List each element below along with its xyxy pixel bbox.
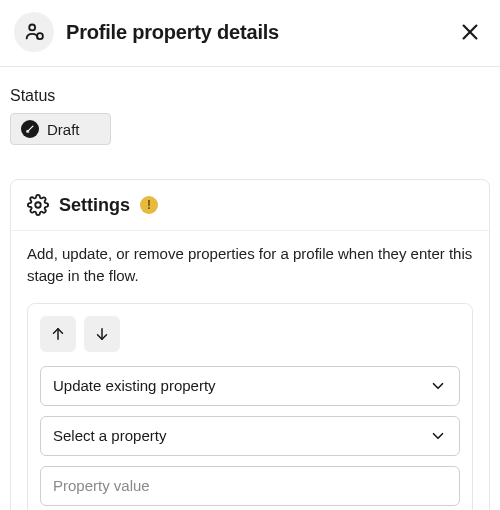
panel-body: Status Draft Settings ! [0, 67, 500, 510]
profile-icon [14, 12, 54, 52]
reorder-controls [40, 316, 460, 352]
arrow-up-icon [49, 325, 67, 343]
property-value-input[interactable] [40, 466, 460, 506]
svg-point-1 [37, 33, 43, 39]
chevron-down-icon [429, 427, 447, 445]
svg-point-0 [29, 24, 35, 30]
settings-description: Add, update, or remove properties for a … [11, 230, 489, 303]
action-select[interactable]: Update existing property [40, 366, 460, 406]
panel-header: Profile property details [0, 0, 500, 66]
close-button[interactable] [454, 16, 486, 48]
status-value: Draft [47, 121, 80, 138]
property-select-value: Select a property [53, 427, 166, 444]
move-down-button[interactable] [84, 316, 120, 352]
settings-header: Settings ! [11, 180, 489, 230]
status-label: Status [10, 87, 490, 105]
gear-icon [27, 194, 49, 216]
draft-icon [21, 120, 39, 138]
chevron-down-icon [429, 377, 447, 395]
status-badge: Draft [10, 113, 111, 145]
move-up-button[interactable] [40, 316, 76, 352]
panel-title: Profile property details [66, 21, 442, 44]
settings-title: Settings [59, 195, 130, 216]
settings-card: Settings ! Add, update, or remove proper… [10, 179, 490, 510]
property-select[interactable]: Select a property [40, 416, 460, 456]
close-icon [459, 21, 481, 43]
arrow-down-icon [93, 325, 111, 343]
action-select-value: Update existing property [53, 377, 216, 394]
svg-point-4 [35, 202, 41, 208]
warning-icon: ! [140, 196, 158, 214]
profile-property-details-panel: Profile property details Status Draft [0, 0, 500, 510]
property-rule: Update existing property Select a proper… [27, 303, 473, 511]
